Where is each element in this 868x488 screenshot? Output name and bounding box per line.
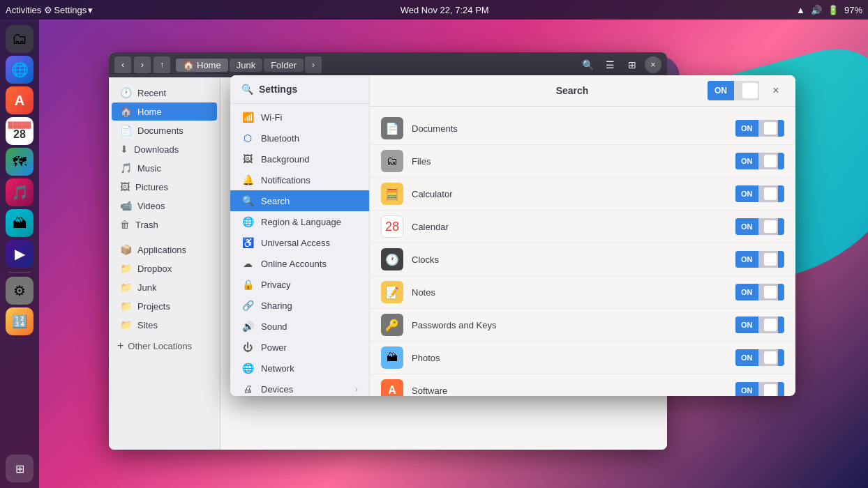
photos-result-icon: 🏔 — [381, 346, 403, 369]
sidebar-item-downloads[interactable]: ⬇ Downloads — [112, 140, 217, 158]
clocks-toggle-on[interactable]: ON — [735, 251, 758, 268]
dock-item-calendar[interactable]: ▓▓▓▓▓ 28 — [6, 117, 33, 145]
documents-toggle[interactable]: ON — [735, 120, 784, 137]
files-toggle[interactable]: ON — [735, 153, 784, 169]
settings-item-background[interactable]: 🖼 Background — [230, 148, 369, 169]
sidebar-item-sites[interactable]: 📁 Sites — [112, 316, 217, 334]
dock-item-calculator[interactable]: 🔢 — [6, 307, 33, 335]
sidebar-item-applications[interactable]: 📦 Applications — [112, 241, 217, 259]
dock-item-web[interactable]: 🌐 — [6, 56, 33, 84]
documents-toggle-on[interactable]: ON — [735, 120, 758, 137]
sidebar-label-documents: Documents — [137, 125, 184, 136]
sidebar-item-recent[interactable]: 🕐 Recent — [112, 84, 217, 102]
universal-access-icon: ♿ — [241, 237, 254, 248]
passwords-toggle[interactable]: ON — [735, 317, 784, 333]
settings-item-bluetooth[interactable]: ⬡ Bluetooth — [230, 128, 369, 148]
sidebar-add-location[interactable]: + Other Locations — [109, 337, 220, 355]
dock-item-photos[interactable]: 🏔 — [6, 209, 33, 237]
fm-up-button[interactable]: ↑ — [154, 56, 170, 73]
fm-list-view-button[interactable]: ☰ — [600, 55, 620, 75]
notifications-menu-icon: 🔔 — [241, 174, 254, 185]
settings-item-power[interactable]: ⏻ Power — [230, 337, 369, 358]
clocks-toggle[interactable]: ON — [735, 251, 784, 268]
dropbox-icon: 📁 — [120, 263, 132, 274]
sidebar-item-documents[interactable]: 📄 Documents — [112, 121, 217, 139]
settings-item-search[interactable]: 🔍 Search — [230, 190, 369, 211]
settings-item-notifications[interactable]: 🔔 Notifications — [230, 169, 369, 190]
sidebar-item-videos[interactable]: 📹 Videos — [112, 197, 217, 215]
dock-item-settings[interactable]: ⚙ — [6, 277, 33, 305]
calendar-toggle[interactable]: ON — [735, 218, 784, 235]
fm-close-button[interactable]: × — [645, 56, 661, 73]
settings-item-sound[interactable]: 🔊 Sound — [230, 316, 369, 337]
dock-item-music[interactable]: 🎵 — [6, 178, 33, 206]
settings-item-region[interactable]: 🌐 Region & Language — [230, 211, 369, 232]
dock-item-appstore[interactable]: A — [6, 86, 33, 114]
add-location-label: Other Locations — [128, 341, 192, 351]
dock-item-videos[interactable]: ▶ — [6, 240, 33, 268]
settings-item-network[interactable]: 🌐 Network — [230, 358, 369, 379]
fm-search-button[interactable]: 🔍 — [578, 55, 597, 75]
dock-item-maps[interactable]: 🗺 — [6, 148, 33, 176]
fm-forward-button[interactable]: › — [134, 56, 151, 73]
software-toggle-on[interactable]: ON — [735, 382, 758, 396]
calculator-toggle-knob — [764, 188, 777, 200]
fm-toolbar-right: 🔍 ☰ ⊞ × — [578, 55, 661, 75]
dock-item-grid[interactable]: ⊞ — [6, 455, 33, 482]
calendar-result-icon: 28 — [381, 215, 403, 238]
web-icon: 🌐 — [11, 61, 29, 78]
wifi-label: Wi-Fi — [261, 112, 282, 123]
settings-item-devices[interactable]: 🖨 Devices › — [230, 379, 369, 396]
breadcrumb-more-button[interactable]: › — [305, 56, 322, 73]
dock-item-files[interactable]: 🗂 — [6, 25, 33, 53]
activities-button[interactable]: Activities — [6, 5, 41, 15]
calculator-toggle-on[interactable]: ON — [735, 185, 758, 202]
files-toggle-on[interactable]: ON — [735, 153, 758, 169]
fm-grid-view-button[interactable]: ⊞ — [622, 55, 642, 75]
software-result-name: Software — [412, 386, 727, 396]
settings-search-results: 📄 Documents ON 🗂 Files ON — [370, 107, 795, 396]
calendar-toggle-on[interactable]: ON — [735, 218, 758, 235]
calculator-toggle[interactable]: ON — [735, 185, 784, 202]
region-menu-icon: 🌐 — [241, 216, 254, 227]
sidebar-item-dropbox[interactable]: 📁 Dropbox — [112, 259, 217, 277]
sidebar-item-pictures[interactable]: 🖼 Pictures — [112, 178, 217, 196]
sidebar-item-projects[interactable]: 📁 Projects — [112, 297, 217, 315]
settings-app-indicator[interactable]: ⚙ Settings ▾ — [44, 5, 93, 15]
search-result-software: A Software ON — [370, 374, 795, 396]
sidebar-item-home[interactable]: 🏠 Home — [112, 102, 217, 121]
settings-item-privacy[interactable]: 🔒 Privacy — [230, 274, 369, 295]
passwords-toggle-slider — [758, 317, 778, 333]
search-master-toggle[interactable]: ON — [708, 81, 759, 100]
calendar-month-icon: ▓▓▓▓▓ — [8, 121, 31, 128]
dock: 🗂 🌐 A ▓▓▓▓▓ 28 🗺 🎵 🏔 ▶ ⚙ 🔢 ⊞ — [0, 20, 39, 488]
volume-icon: 🔊 — [811, 5, 822, 15]
files-toggle-knob — [764, 155, 777, 167]
notes-toggle-on[interactable]: ON — [735, 284, 758, 300]
files-result-name: Files — [412, 156, 727, 167]
settings-item-online-accounts[interactable]: ☁ Online Accounts — [230, 253, 369, 274]
settings-close-button[interactable]: × — [768, 82, 784, 99]
software-toggle[interactable]: ON — [735, 382, 784, 396]
sidebar-item-junk[interactable]: 📁 Junk — [112, 278, 217, 296]
notes-toggle[interactable]: ON — [735, 284, 784, 300]
settings-item-universal-access[interactable]: ♿ Universal Access — [230, 232, 369, 253]
search-result-calculator: 🧮 Calculator ON — [370, 178, 795, 211]
sound-label: Sound — [261, 321, 287, 332]
search-toggle-on-label[interactable]: ON — [708, 81, 734, 100]
breadcrumb-junk[interactable]: Junk — [230, 59, 262, 72]
breadcrumb-folder[interactable]: Folder — [264, 59, 304, 72]
photos-toggle-on[interactable]: ON — [735, 349, 758, 366]
passwords-result-icon: 🔑 — [381, 314, 403, 336]
fm-back-button[interactable]: ‹ — [114, 56, 131, 73]
sidebar-label-home: Home — [137, 107, 162, 117]
settings-item-wifi[interactable]: 📶 Wi-Fi — [230, 107, 369, 128]
sidebar-label-recent: Recent — [137, 88, 166, 98]
sidebar-item-trash[interactable]: 🗑 Trash — [112, 215, 217, 234]
settings-panel: 🔍 Settings 📶 Wi-Fi ⬡ Bluetooth 🖼 Backgro… — [230, 75, 795, 396]
passwords-toggle-on[interactable]: ON — [735, 317, 758, 333]
settings-item-sharing[interactable]: 🔗 Sharing — [230, 295, 369, 316]
sidebar-item-music[interactable]: 🎵 Music — [112, 159, 217, 177]
photos-toggle[interactable]: ON — [735, 349, 784, 366]
breadcrumb-home[interactable]: 🏠 Home — [176, 59, 228, 72]
